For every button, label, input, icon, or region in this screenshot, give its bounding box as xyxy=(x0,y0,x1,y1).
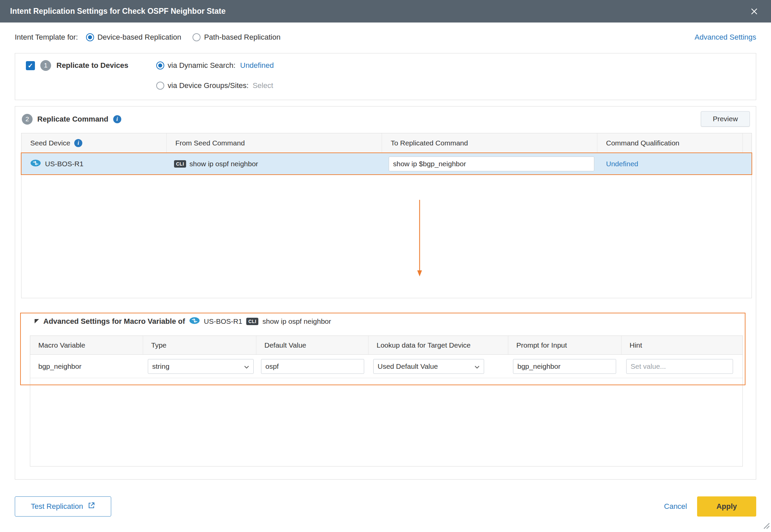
header-from-seed-command: From Seed Command xyxy=(167,133,382,152)
macro-settings-title: Advanced Settings for Macro Variable of xyxy=(43,317,185,326)
external-link-icon xyxy=(88,502,95,511)
close-icon[interactable] xyxy=(747,5,761,18)
resize-handle[interactable] xyxy=(760,519,770,531)
header-seed-device: Seed Device xyxy=(22,133,167,152)
lookup-select-value: Used Default Value xyxy=(378,362,474,370)
radio-device-groups[interactable] xyxy=(156,82,164,90)
header-hint: Hint xyxy=(622,336,742,354)
replicate-command-table: Seed Device From Seed Command To Replica… xyxy=(21,133,752,298)
replicate-to-devices-header: 1 Replicate to Devices xyxy=(26,58,128,73)
table-body: US-BOS-R1 CLI show ip ospf neighbor Unde… xyxy=(22,153,752,298)
from-seed-command-cell: CLI show ip ospf neighbor xyxy=(167,153,382,174)
type-select[interactable]: string xyxy=(148,359,254,374)
macro-table-header-row: Macro Variable Type Default Value Lookup… xyxy=(30,336,742,355)
type-cell: string xyxy=(143,355,256,378)
command-qualification-cell: Undefined xyxy=(597,153,752,174)
header-to-replicated-command: To Replicated Command xyxy=(382,133,597,152)
macro-variable-name: bgp_neighbor xyxy=(30,355,143,378)
radio-path-based-replication[interactable] xyxy=(192,33,201,41)
step1-badge: 1 xyxy=(40,60,51,71)
type-select-value: string xyxy=(152,362,244,370)
chevron-down-icon xyxy=(474,362,480,370)
radio-dynamic-search[interactable] xyxy=(156,61,164,70)
info-icon[interactable] xyxy=(113,115,121,123)
table-row[interactable]: US-BOS-R1 CLI show ip ospf neighbor Unde… xyxy=(21,152,752,175)
replication-arrow-icon xyxy=(415,200,424,279)
macro-table-row: bgp_neighbor string Used Default Value xyxy=(30,355,742,378)
macro-settings-title-row: Advanced Settings for Macro Variable of … xyxy=(35,315,331,328)
header-seed-device-label: Seed Device xyxy=(30,139,70,147)
header-macro-variable: Macro Variable xyxy=(30,336,143,354)
apply-button[interactable]: Apply xyxy=(697,496,756,517)
replicate-to-devices-title: Replicate to Devices xyxy=(56,61,128,70)
hint-cell xyxy=(622,355,742,378)
command-qualification-link[interactable]: Undefined xyxy=(606,160,638,168)
step2-badge: 2 xyxy=(22,114,33,125)
test-replication-label: Test Replication xyxy=(31,502,83,511)
to-replicated-command-input[interactable] xyxy=(389,157,594,171)
dynamic-search-row: via Dynamic Search: Undefined xyxy=(156,58,274,73)
replicate-to-devices-section: 1 Replicate to Devices via Dynamic Searc… xyxy=(15,53,756,100)
lookup-cell: Used Default Value xyxy=(369,355,508,378)
macro-command-text: show ip ospf neighbor xyxy=(262,317,331,325)
default-value-input[interactable] xyxy=(261,359,364,374)
device-groups-label[interactable]: via Device Groups/Sites: xyxy=(168,81,249,90)
header-command-qualification: Command Qualification xyxy=(597,133,743,152)
prompt-for-input-cell xyxy=(508,355,622,378)
seed-command-text: show ip ospf neighbor xyxy=(189,160,258,168)
advanced-settings-link[interactable]: Advanced Settings xyxy=(695,33,756,42)
radio-device-based-replication[interactable] xyxy=(86,33,94,41)
dialog-title: Intent Replication Settings for Check OS… xyxy=(10,7,226,16)
device-groups-value[interactable]: Select xyxy=(253,81,273,90)
header-default-value: Default Value xyxy=(256,336,369,354)
test-replication-button[interactable]: Test Replication xyxy=(15,496,111,517)
device-icon xyxy=(189,317,200,326)
header-type: Type xyxy=(143,336,256,354)
cancel-button[interactable]: Cancel xyxy=(664,496,687,517)
seed-device-name: US-BOS-R1 xyxy=(45,160,83,168)
dialog: { "dialog": { "title": "Intent Replicati… xyxy=(0,0,771,532)
table-header-row: Seed Device From Seed Command To Replica… xyxy=(22,133,752,153)
table-scroll-gutter xyxy=(743,133,752,152)
lookup-select[interactable]: Used Default Value xyxy=(373,359,484,374)
dynamic-search-label[interactable]: via Dynamic Search: xyxy=(168,61,235,70)
header-prompt-for-input: Prompt for Input xyxy=(508,336,622,354)
radio-device-based-label[interactable]: Device-based Replication xyxy=(97,33,181,42)
replicate-command-title: Replicate Command xyxy=(37,115,109,124)
dynamic-search-value-link[interactable]: Undefined xyxy=(240,61,274,70)
intent-template-label: Intent Template for: xyxy=(15,33,78,42)
device-icon xyxy=(30,160,41,168)
intent-template-row: Intent Template for: Device-based Replic… xyxy=(0,23,771,52)
cli-icon: CLI xyxy=(246,318,258,325)
macro-variable-table: Macro Variable Type Default Value Lookup… xyxy=(30,336,743,467)
hint-input[interactable] xyxy=(626,359,733,374)
replicate-command-header: 2 Replicate Command xyxy=(22,112,121,127)
collapse-icon[interactable] xyxy=(35,317,39,325)
device-groups-row: via Device Groups/Sites: Select xyxy=(156,78,273,93)
default-value-cell xyxy=(256,355,369,378)
seed-device-info-icon[interactable] xyxy=(74,139,82,147)
replicate-to-devices-checkbox[interactable] xyxy=(26,61,35,70)
header-lookup-data: Lookup data for Target Device xyxy=(369,336,508,354)
dialog-titlebar: Intent Replication Settings for Check OS… xyxy=(0,0,771,23)
seed-device-cell: US-BOS-R1 xyxy=(22,153,167,174)
to-replicated-command-cell xyxy=(382,153,597,174)
prompt-for-input-input[interactable] xyxy=(513,359,616,374)
macro-device-name: US-BOS-R1 xyxy=(204,317,242,325)
cli-icon: CLI xyxy=(174,160,186,168)
replicate-command-section: 2 Replicate Command Preview Seed Device … xyxy=(15,106,756,480)
preview-button[interactable]: Preview xyxy=(701,111,750,127)
chevron-down-icon xyxy=(244,362,249,370)
radio-path-based-label[interactable]: Path-based Replication xyxy=(204,33,280,42)
